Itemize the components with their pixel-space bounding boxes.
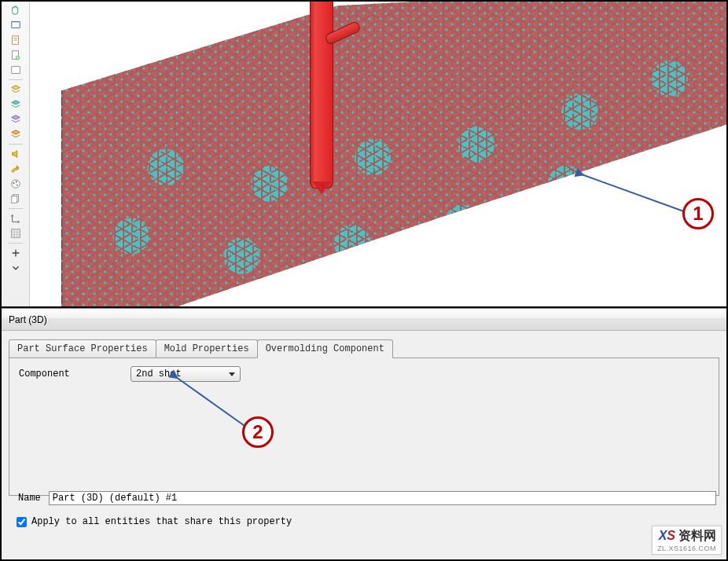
panel-title: Part (3D) [1,309,727,331]
left-toolbar [2,2,30,306]
separator-icon [9,208,23,209]
panel-title-text: Part (3D) [9,314,47,325]
tab-strip: Part Surface Properties Mold Properties … [9,339,719,358]
separator-icon [9,243,23,244]
watermark-sub: ZL.XS1616.COM [657,544,716,552]
watermark-cn: 资料网 [678,529,716,542]
callout-1: 1 [572,167,726,231]
tab-mold-properties[interactable]: Mold Properties [156,339,258,358]
svg-rect-12 [11,196,17,204]
svg-point-7 [11,180,20,189]
name-input[interactable] [49,491,716,505]
stack-blue-icon[interactable] [9,97,23,112]
doc-add-icon[interactable] [9,48,23,62]
view-icon[interactable] [9,18,23,32]
watermark-x: X [659,529,667,542]
apply-all-checkbox[interactable] [17,517,27,527]
tab-part-surface-properties[interactable]: Part Surface Properties [9,339,156,358]
callout-1-number: 1 [693,203,703,225]
doc-icon[interactable] [9,33,23,47]
injection-sprue[interactable] [310,2,333,189]
svg-rect-13 [11,229,20,238]
svg-line-14 [582,174,690,214]
stack-orange-icon[interactable] [9,127,23,141]
3d-canvas[interactable]: 1 [30,2,726,306]
axis-icon[interactable] [9,211,23,226]
watermark-s: S [667,529,675,542]
plus-icon[interactable] [9,246,23,260]
separator-icon [9,144,23,145]
tab-label: Overmolding Component [266,343,384,354]
component-label: Component [19,368,121,380]
svg-rect-0 [11,22,20,28]
palette-icon[interactable] [9,177,23,191]
sheet-stack-icon[interactable] [9,192,23,206]
tab-label: Mold Properties [164,343,249,354]
tab-label: Part Surface Properties [17,343,148,354]
apply-all-label: Apply to all entities that share this pr… [31,516,292,527]
watermark: XS资料网 ZL.XS1616.COM [652,526,722,555]
expand-down-icon[interactable] [9,261,23,275]
stack-purple-icon[interactable] [9,112,23,126]
speaker-icon[interactable] [9,147,23,161]
svg-point-9 [15,181,17,182]
svg-point-8 [13,182,14,184]
gate-icon [312,182,331,194]
name-label: Name [18,493,41,504]
tab-overmolding-component[interactable]: Overmolding Component [257,339,393,358]
callout-2: 2 [148,372,274,449]
layers-icon[interactable] [9,82,23,97]
svg-point-10 [16,185,17,186]
meshed-part[interactable] [61,2,726,306]
svg-rect-6 [11,67,20,74]
grid-icon[interactable] [9,226,23,240]
part-properties-panel: Part (3D) Part Surface Properties Mold P… [0,308,728,561]
sheet-icon[interactable] [9,63,23,77]
viewport[interactable]: 1 [2,2,726,306]
wrench-icon[interactable] [9,162,23,176]
separator-icon [9,79,23,80]
tab-content: Component 2nd shot [9,358,719,496]
hand-icon[interactable] [9,3,23,17]
callout-2-number: 2 [252,421,263,443]
